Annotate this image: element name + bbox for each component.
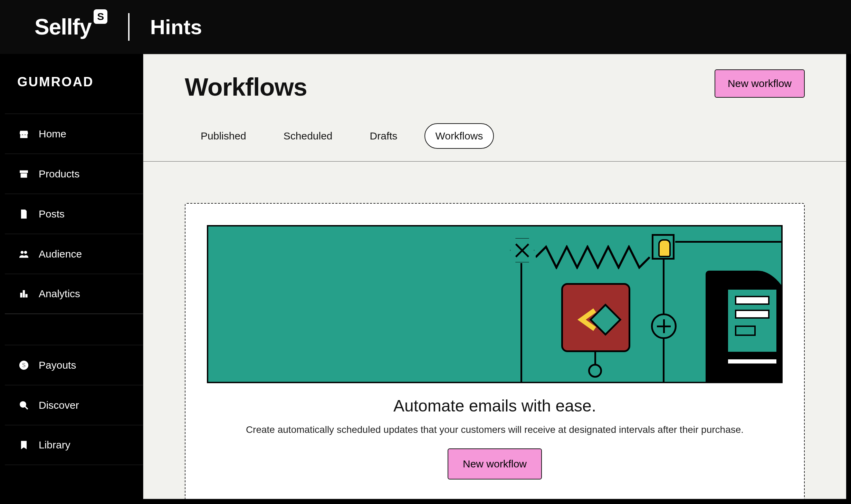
sidebar-item-library[interactable]: Library — [5, 425, 143, 465]
main-panel: Workflows New workflow Published Schedul… — [143, 54, 846, 499]
sidebar-item-posts[interactable]: Posts — [5, 194, 143, 234]
tab-drafts[interactable]: Drafts — [360, 124, 408, 148]
search-icon — [19, 400, 29, 410]
empty-state-title: Automate emails with ease. — [221, 396, 769, 415]
sidebar-item-discover[interactable]: Discover — [5, 385, 143, 425]
sidebar-item-products[interactable]: Products — [5, 154, 143, 194]
store-icon — [19, 129, 29, 139]
tab-published[interactable]: Published — [190, 124, 257, 148]
external-topbar: Sellfy S Hints — [0, 0, 851, 54]
svg-text:$: $ — [22, 362, 26, 369]
topbar-section-label: Hints — [150, 15, 202, 39]
dollar-icon: $ — [19, 360, 29, 370]
workflow-illustration — [207, 225, 783, 383]
zigzag-wire-icon — [536, 245, 653, 269]
svg-point-2 — [20, 402, 26, 407]
sidebar-item-label: Products — [39, 168, 79, 180]
sidebar-item-label: Library — [39, 439, 70, 451]
sellfy-badge-icon: S — [94, 9, 107, 24]
file-icon — [19, 209, 29, 219]
empty-state-content: Automate emails with ease. Create automa… — [207, 383, 783, 479]
bookmark-icon — [19, 440, 29, 450]
sidebar-gap — [5, 314, 143, 345]
sidebar-item-label: Posts — [39, 208, 65, 220]
wire-vertical — [520, 263, 522, 383]
svg-line-3 — [25, 406, 28, 409]
sidebar-item-audience[interactable]: Audience — [5, 234, 143, 274]
node-circle-icon — [588, 364, 602, 378]
page-header: Workflows New workflow — [143, 54, 846, 101]
content-area: Automate emails with ease. Create automa… — [143, 162, 846, 499]
plus-circle-icon — [651, 313, 677, 339]
lightbulb-icon — [652, 234, 675, 260]
new-workflow-button[interactable]: New workflow — [715, 69, 805, 98]
sidebar-item-label: Discover — [39, 399, 79, 411]
sidebar-nav-secondary: $ Payouts Discover Library — [5, 345, 143, 465]
empty-state-subtitle: Create automatically scheduled updates t… — [221, 424, 769, 435]
tabs: Published Scheduled Drafts Workflows — [143, 101, 846, 162]
empty-state-new-workflow-button[interactable]: New workflow — [448, 448, 542, 479]
bars-icon — [19, 289, 29, 299]
sidebar-item-label: Payouts — [39, 359, 76, 371]
kiosk-screen-icon — [726, 288, 778, 353]
topbar-divider — [128, 13, 130, 41]
sellfy-logo: Sellfy S — [35, 14, 107, 40]
red-tile-icon — [561, 283, 630, 352]
people-icon — [19, 249, 29, 259]
gumroad-logo: GUMROAD — [5, 54, 143, 114]
tab-scheduled[interactable]: Scheduled — [273, 124, 343, 148]
sidebar-nav-primary: Home Products Posts — [5, 114, 143, 314]
archive-icon — [19, 169, 29, 179]
wire-horizontal — [675, 241, 783, 243]
sidebar-item-analytics[interactable]: Analytics — [5, 274, 143, 314]
page-title: Workflows — [185, 73, 805, 101]
empty-state-card: Automate emails with ease. Create automa… — [185, 203, 805, 499]
tab-workflows[interactable]: Workflows — [424, 123, 494, 149]
sidebar-item-home[interactable]: Home — [5, 114, 143, 154]
hexagon-x-icon — [509, 237, 536, 264]
sidebar-item-label: Audience — [39, 248, 82, 260]
sidebar-item-label: Analytics — [39, 288, 80, 300]
sidebar-item-payouts[interactable]: $ Payouts — [5, 345, 143, 385]
sellfy-wordmark: Sellfy — [35, 14, 92, 40]
sidebar: GUMROAD Home Products — [5, 54, 143, 499]
kiosk-icon — [706, 271, 783, 383]
sidebar-item-label: Home — [39, 128, 66, 140]
